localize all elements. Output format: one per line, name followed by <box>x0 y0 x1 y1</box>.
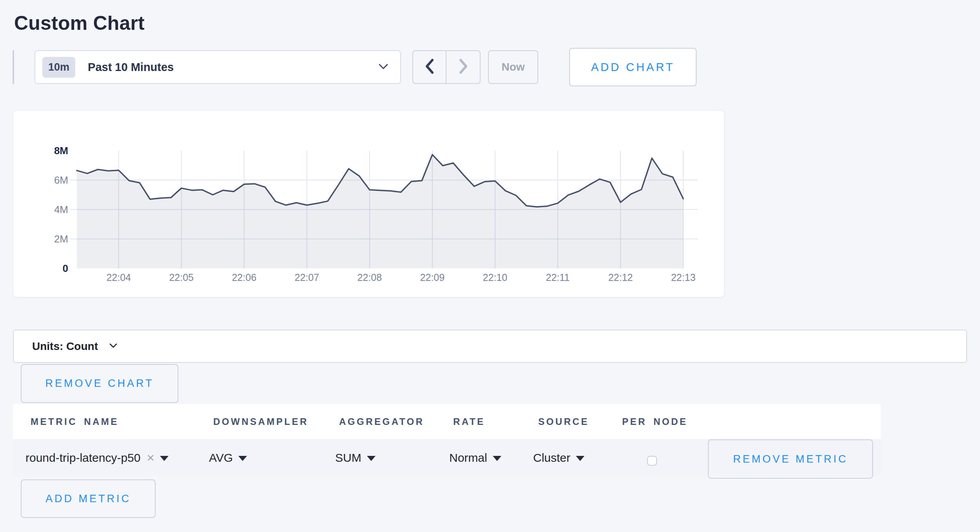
chart-area-fill <box>77 155 683 268</box>
time-range-badge: 10m <box>42 57 75 78</box>
add-chart-button[interactable]: ADD CHART <box>569 48 697 86</box>
metrics-table-header: METRIC NAME DOWNSAMPLER AGGREGATOR RATE … <box>13 404 881 439</box>
caret-down-icon <box>238 456 247 461</box>
time-range-label: Past 10 Minutes <box>88 61 174 74</box>
caret-down-icon <box>493 456 501 461</box>
y-axis-label: 6M <box>54 174 68 186</box>
x-axis-label: 22:11 <box>546 272 570 283</box>
page-title: Custom Chart <box>14 12 145 35</box>
x-axis-label: 22:09 <box>420 272 445 283</box>
x-axis-label: 22:04 <box>106 272 131 283</box>
x-axis-label: 22:13 <box>671 272 696 283</box>
x-axis-label: 22:06 <box>232 272 256 283</box>
x-axis-label: 22:07 <box>295 272 319 283</box>
y-axis-label: 0 <box>63 262 68 274</box>
remove-metric-button[interactable]: REMOVE METRIC <box>708 439 873 479</box>
chart-card: 8M6M4M2M022:0422:0522:0622:0722:0822:092… <box>13 110 724 297</box>
add-metric-button[interactable]: ADD METRIC <box>21 479 156 518</box>
clear-metric-icon[interactable]: × <box>147 450 154 465</box>
aggregator-dropdown[interactable]: SUM <box>335 439 376 476</box>
time-step-button-group <box>412 50 481 84</box>
aggregator-value: SUM <box>335 451 361 465</box>
time-range-dropdown[interactable]: 10m Past 10 Minutes <box>34 50 401 84</box>
x-axis-label: 22:05 <box>169 272 194 283</box>
caret-down-icon <box>367 456 376 461</box>
x-axis-label: 22:12 <box>608 272 633 283</box>
col-header-source: SOURCE <box>538 404 589 439</box>
remove-chart-button[interactable]: REMOVE CHART <box>21 364 178 403</box>
col-header-downsampler: DOWNSAMPLER <box>213 404 309 439</box>
y-axis-label: 2M <box>54 233 68 245</box>
timescale-accent-divider <box>13 50 14 84</box>
chevron-down-icon <box>109 343 118 350</box>
x-axis-label: 22:10 <box>483 272 508 283</box>
chevron-right-icon <box>458 58 468 76</box>
per-node-checkbox[interactable] <box>647 456 657 466</box>
source-dropdown[interactable]: Cluster <box>533 439 584 476</box>
downsampler-dropdown[interactable]: AVG <box>209 439 247 476</box>
chevron-down-icon <box>378 63 388 71</box>
caret-down-icon <box>160 456 169 461</box>
now-button[interactable]: Now <box>488 50 538 84</box>
rate-dropdown[interactable]: Normal <box>449 439 501 476</box>
downsampler-value: AVG <box>209 451 233 465</box>
rate-value: Normal <box>449 451 487 465</box>
metric-name-dropdown[interactable]: round-trip-latency-p50 × <box>25 439 169 476</box>
y-axis-label: 4M <box>54 204 68 215</box>
units-dropdown[interactable]: Units: Count <box>13 330 967 363</box>
col-header-metric-name: METRIC NAME <box>31 404 119 439</box>
y-axis-label: 8M <box>54 145 68 157</box>
metric-name-value: round-trip-latency-p50 <box>25 451 140 465</box>
custom-chart-plot: 8M6M4M2M022:0422:0522:0622:0722:0822:092… <box>13 111 725 298</box>
caret-down-icon <box>576 456 584 461</box>
chevron-left-icon <box>425 58 435 76</box>
col-header-aggregator: AGGREGATOR <box>339 404 424 439</box>
source-value: Cluster <box>533 451 570 465</box>
col-header-per-node: PER NODE <box>622 404 688 439</box>
units-label: Units: Count <box>32 340 98 353</box>
col-header-rate: RATE <box>453 404 485 439</box>
step-back-button[interactable] <box>413 51 446 83</box>
step-forward-button[interactable] <box>446 51 480 83</box>
x-axis-label: 22:08 <box>358 272 382 283</box>
